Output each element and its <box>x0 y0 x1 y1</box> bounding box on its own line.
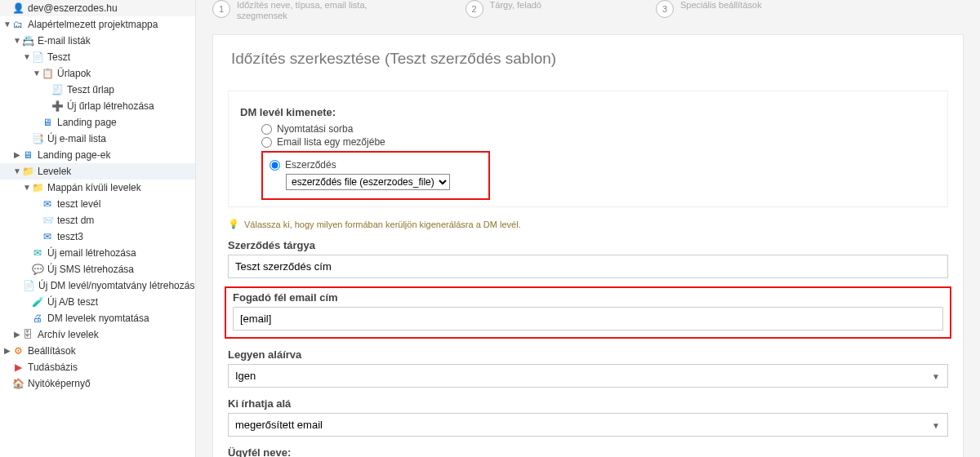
group-customer: Ügyfél neve: <box>228 446 948 457</box>
radio-print-label: Nyomtatási sorba <box>277 123 353 135</box>
wizard-step-1[interactable]: 1Időzítés neve, típusa, email lista,szeg… <box>212 0 384 29</box>
recipient-input[interactable] <box>233 307 943 331</box>
sidebar: 👤dev@eszerzodes.hu ▼🗂Alapértelmezett pro… <box>0 0 196 457</box>
sidebar-item-teszt-list[interactable]: ▼📄Teszt <box>0 49 195 65</box>
sidebar-item-archive[interactable]: ▶🗄Archív levelek <box>0 326 195 343</box>
sidebar-item-label: Új DM levél/nyomtatvány létrehozása <box>38 278 196 293</box>
sidebar-item-label: Új űrlap létrehozása <box>67 99 154 113</box>
dm-output-hint: 💡Válassza ki, hogy milyen formában kerül… <box>228 219 948 229</box>
new-list-icon: 📑 <box>31 132 44 145</box>
wizard-steps: 1Időzítés neve, típusa, email lista,szeg… <box>196 0 980 29</box>
sidebar-item-label: Levelek <box>38 164 71 179</box>
radio-emailfield-label: Email lista egy mezőjébe <box>277 136 385 148</box>
sidebar-item-label: Beállítások <box>28 344 76 358</box>
signer-label: Ki írhatja alá <box>228 397 948 410</box>
wizard-step-3[interactable]: 3Speciális beállítások <box>656 0 778 29</box>
sidebar-item-home[interactable]: 🏠Nyitóképernyő <box>0 375 195 392</box>
sidebar-item-kb[interactable]: ▶Tudásbázis <box>0 359 195 375</box>
step-1-label-b: szegmensek <box>237 11 368 21</box>
eszerzodes-file-select[interactable]: eszerződés file (eszerzodes_file) <box>286 174 450 190</box>
page-title: Időzítés szerkesztése (Teszt szerződés s… <box>213 35 963 79</box>
gear-icon: ⚙ <box>11 344 24 357</box>
mail-icon: ✉ <box>41 230 54 243</box>
sheet-icon: 📄 <box>31 51 44 64</box>
subject-input[interactable] <box>228 255 948 278</box>
landing-pages-icon: 🖥 <box>21 149 34 162</box>
sidebar-item-label: Új email létrehozása <box>47 246 136 260</box>
dm-hint-text: Válassza ki, hogy milyen formában kerülj… <box>244 220 521 229</box>
main-content: 1Időzítés neve, típusa, email lista,szeg… <box>196 0 980 457</box>
sidebar-item-label: Nyitóképernyő <box>28 376 91 391</box>
sidebar-item-forms[interactable]: ▼📋Űrlapok <box>0 65 195 82</box>
folder-icon: 🗂 <box>11 18 24 31</box>
sidebar-item-label: Teszt űrlap <box>67 82 114 97</box>
user-icon: 👤 <box>11 2 24 15</box>
sidebar-item-label: teszt dm <box>57 213 94 228</box>
sidebar-item-teszt3[interactable]: ✉teszt3 <box>0 228 195 245</box>
radio-eszerzodes-label: Eszerződés <box>285 159 336 171</box>
sidebar-item-label: Űrlapok <box>57 66 91 81</box>
sidebar-item-teszt-form[interactable]: 🧾Teszt űrlap <box>0 82 195 98</box>
new-dm-icon: 📄 <box>23 279 35 292</box>
archive-icon: 🗄 <box>21 328 34 341</box>
signed-label: Legyen aláírva <box>228 348 948 361</box>
form-item-icon: 🧾 <box>51 83 64 96</box>
customer-label: Ügyfél neve: <box>228 446 948 457</box>
signed-select[interactable]: Igen <box>228 364 948 388</box>
print-icon: 🖨 <box>31 312 44 325</box>
step-1-label-a: Időzítés neve, típusa, email lista, <box>237 0 368 11</box>
sidebar-item-new-email[interactable]: ✉Új email létrehozása <box>0 245 195 261</box>
recipient-label: Fogadó fél email cím <box>233 291 943 304</box>
sidebar-item-label: Új SMS létrehozása <box>47 262 134 277</box>
step-2-label: Tárgy, feladó <box>490 0 541 11</box>
form-icon: 📋 <box>41 67 54 80</box>
sidebar-item-settings[interactable]: ▶⚙Beállítások <box>0 343 195 359</box>
sidebar-item-new-ab[interactable]: 🧪Új A/B teszt <box>0 294 195 310</box>
sidebar-item-print-dm[interactable]: 🖨DM levelek nyomtatása <box>0 310 195 326</box>
sidebar-item-label: Archív levelek <box>38 327 99 342</box>
group-signed: Legyen aláírva Igen ▼ <box>228 348 948 388</box>
sidebar-item-label: E-mail listák <box>38 33 91 48</box>
list-icon: 📇 <box>21 34 34 47</box>
signer-select[interactable]: megerősített email <box>228 413 948 437</box>
radio-emailfield[interactable] <box>261 137 272 148</box>
sidebar-item-label: Új A/B teszt <box>47 295 98 309</box>
new-sms-icon: 💬 <box>31 263 44 276</box>
sidebar-item-email-lists[interactable]: ▼📇E-mail listák <box>0 33 195 49</box>
sidebar-item-label: Teszt <box>47 50 70 64</box>
sidebar-item-landing-page[interactable]: 🖥Landing page <box>0 114 195 131</box>
sidebar-item-teszt-level[interactable]: ✉teszt levél <box>0 196 195 212</box>
new-email-icon: ✉ <box>31 246 44 260</box>
sidebar-item-label: Tudásbázis <box>28 360 78 375</box>
dm-icon: 📨 <box>41 214 54 227</box>
group-signer: Ki írhatja alá megerősített email ▼ <box>228 397 948 437</box>
sidebar-item-new-sms[interactable]: 💬Új SMS létrehozása <box>0 261 195 277</box>
sidebar-item-label: Landing page-ek <box>38 148 110 162</box>
sidebar-item-teszt-dm[interactable]: 📨teszt dm <box>0 212 195 228</box>
sidebar-item-new-form[interactable]: ➕Új űrlap létrehozása <box>0 98 195 114</box>
sidebar-item-label: Új e-mail lista <box>47 131 106 146</box>
sidebar-item-new-dm[interactable]: 📄Új DM levél/nyomtatvány létrehozása <box>0 277 195 294</box>
dm-output-heading: DM levél kimenete: <box>240 106 936 118</box>
group-subject: Szerződés tárgya <box>228 239 948 278</box>
group-recipient-highlight: Fogadó fél email cím <box>225 286 951 339</box>
sidebar-item-label: DM levelek nyomtatása <box>47 311 149 326</box>
sidebar-item-new-email-list[interactable]: 📑Új e-mail lista <box>0 131 195 147</box>
sidebar-user[interactable]: 👤dev@eszerzodes.hu <box>0 0 195 16</box>
mail-folder-icon: 📁 <box>21 165 34 178</box>
sidebar-item-outside-folder-mails[interactable]: ▼📁Mappán kívüli levelek <box>0 180 195 196</box>
wizard-step-2[interactable]: 2Tárgy, feladó <box>466 0 558 29</box>
sidebar-item-default-project[interactable]: ▼🗂Alapértelmezett projektmappa <box>0 16 195 33</box>
radio-print[interactable] <box>261 124 272 135</box>
ab-test-icon: 🧪 <box>31 295 44 308</box>
new-form-icon: ➕ <box>51 100 64 113</box>
sidebar-item-landing-pages[interactable]: ▶🖥Landing page-ek <box>0 147 195 163</box>
subfolder-icon: 📁 <box>31 181 44 194</box>
subject-label: Szerződés tárgya <box>228 239 948 251</box>
home-icon: 🏠 <box>11 377 24 390</box>
sidebar-item-mails[interactable]: ▼📁Levelek <box>0 163 195 180</box>
dm-output-panel: DM levél kimenete: Nyomtatási sorba Emai… <box>228 91 948 207</box>
lightbulb-icon: 💡 <box>228 219 239 229</box>
video-icon: ▶ <box>11 361 24 374</box>
radio-eszerzodes[interactable] <box>270 160 280 171</box>
